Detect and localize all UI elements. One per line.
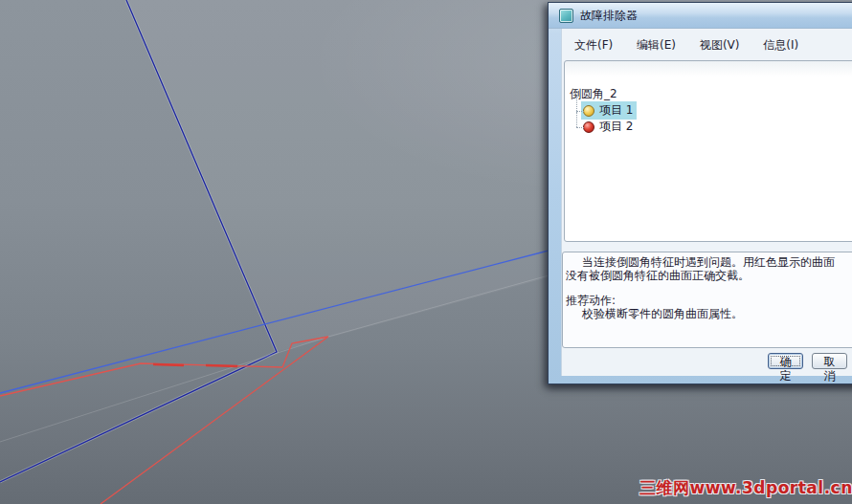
error-dot-icon <box>583 121 594 133</box>
dialog-title: 故障排除器 <box>580 8 638 24</box>
ok-button[interactable]: 确定 <box>768 353 803 369</box>
cancel-button[interactable]: 取消 <box>812 353 847 369</box>
warning-dot-icon <box>583 105 594 117</box>
dialog-titlebar[interactable]: 故障排除器 <box>549 3 852 29</box>
menu-item-info[interactable]: 信息(I) <box>763 37 798 54</box>
fillet-edge-red-thick-1 <box>153 364 184 365</box>
menu-item-edit[interactable]: 编辑(E) <box>637 37 676 54</box>
problem-tree-panel: 倒圆角_2 项目 1 项目 2 <box>564 60 852 242</box>
menu-bar: 文件(F) 编辑(E) 视图(V) 信息(I) <box>562 29 852 54</box>
watermark-text: 三维网www.3dportal.cn <box>639 477 852 499</box>
message-line: 校验横断零件的圆角曲面属性。 <box>566 308 852 321</box>
tree-item-2[interactable]: 项目 2 <box>565 119 852 135</box>
tree-item-label: 项目 1 <box>599 102 633 119</box>
tree-item-label: 项目 2 <box>599 119 633 135</box>
troubleshooter-dialog: 故障排除器 文件(F) 编辑(E) 视图(V) 信息(I) 倒圆角_2 项目 1… <box>548 2 852 384</box>
message-line: 当连接倒圆角特征时遇到问题。用红色显示的曲面 <box>566 256 852 270</box>
diagnostic-message-panel: 当连接倒圆角特征时遇到问题。用红色显示的曲面 没有被倒圆角特征的曲面正确交截。 … <box>562 252 852 348</box>
screenshot-root: { "viewport": { "watermark_text": "三维网ww… <box>0 0 852 504</box>
tree-root-feature[interactable]: 倒圆角_2 <box>565 87 852 102</box>
menu-item-file[interactable]: 文件(F) <box>574 37 613 54</box>
fillet-edge-red-thick-2 <box>206 365 237 366</box>
tree-item-1[interactable]: 项目 1 <box>565 102 852 119</box>
dialog-button-row: 确定 取消 <box>562 353 852 372</box>
message-line-recommended-action: 推荐动作: <box>566 295 852 308</box>
message-line: 没有被倒圆角特征的曲面正确交截。 <box>566 270 852 283</box>
app-icon <box>559 9 573 23</box>
fillet-edge-red <box>0 337 328 504</box>
dialog-body: 文件(F) 编辑(E) 视图(V) 信息(I) 倒圆角_2 项目 1 项目 2 … <box>561 29 852 376</box>
menu-item-view[interactable]: 视图(V) <box>700 37 740 54</box>
